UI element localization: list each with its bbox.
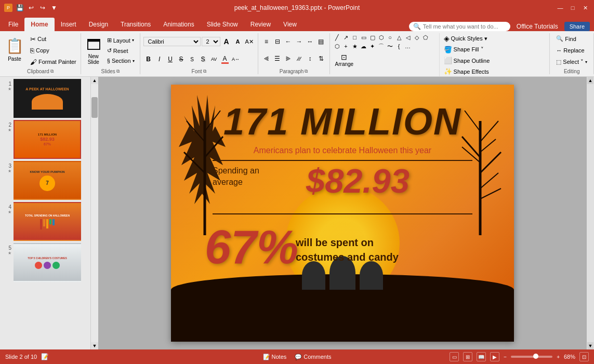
share-button[interactable]: Share	[564, 22, 590, 31]
cut-button[interactable]: ✂ Cut	[28, 34, 78, 44]
shape-rect2[interactable]: ▭	[360, 33, 368, 42]
align-left-button[interactable]: ⫷	[261, 53, 272, 64]
bold-button[interactable]: B	[143, 54, 154, 64]
decrease-font-button[interactable]: A	[233, 36, 243, 47]
undo-button[interactable]: ↩	[27, 4, 35, 12]
slide-thumbnail-2[interactable]: 171 MILLION $82.93 67%	[14, 120, 81, 159]
decrease-indent-button[interactable]: ←	[283, 36, 294, 47]
layout-button[interactable]: ⊞ Layout ▾	[105, 36, 137, 45]
slide-thumb-2[interactable]: 2 ★ 171 MILLION $82.93 67%	[2, 120, 88, 159]
fit-slide-button[interactable]: ⊡	[579, 352, 589, 361]
notes-button[interactable]: 📝 Notes	[261, 353, 289, 361]
slide-sorter-button[interactable]: ⊞	[463, 352, 472, 361]
zoom-in-button[interactable]: +	[557, 354, 560, 360]
maximize-button[interactable]: □	[568, 3, 577, 12]
shape-effects-button[interactable]: ✨ Shape Effects	[442, 66, 492, 76]
shape-arrow[interactable]: ↗	[342, 33, 350, 42]
line-spacing-button[interactable]: ↕	[305, 53, 315, 64]
section-button[interactable]: § Section ▾	[105, 57, 137, 65]
format-painter-button[interactable]: 🖌 Format Painter	[28, 57, 78, 67]
slide-thumb-5[interactable]: 5 ★ TOP 5 CHILDREN'S COSTUMES	[2, 243, 88, 282]
slide-thumb-3[interactable]: 3 ★ KNOW YOUR PUMPKIN 7	[2, 161, 88, 200]
shape-diamond[interactable]: ◇	[413, 33, 421, 42]
office-tutorials-link[interactable]: Office Tutorials	[517, 23, 558, 30]
shape-rounded[interactable]: ▢	[368, 33, 377, 42]
right-scroll-up[interactable]: ▲	[587, 77, 594, 84]
zoom-slider-thumb[interactable]	[533, 354, 538, 359]
shape-circle[interactable]: ○	[386, 33, 394, 42]
strikethrough-button[interactable]: S	[176, 54, 187, 64]
slideshow-view-button[interactable]: ▶	[490, 352, 499, 361]
bullets-button[interactable]: ≡	[261, 36, 272, 47]
shape-fill-button[interactable]: 🪣 Shape Fill ˅	[442, 45, 492, 55]
shape-burst[interactable]: ✦	[368, 42, 377, 50]
shape-star[interactable]: ★	[351, 42, 359, 50]
zoom-out-button[interactable]: −	[504, 354, 507, 360]
char-spacing-button[interactable]: A↔	[231, 54, 241, 64]
customize-qat-button[interactable]: ▼	[50, 4, 58, 12]
tab-insert[interactable]: Insert	[55, 18, 83, 31]
shape-wave[interactable]: 〜	[386, 42, 394, 50]
tab-home[interactable]: Home	[24, 18, 54, 31]
search-box[interactable]: 🔍	[409, 22, 510, 31]
save-button[interactable]: 💾	[16, 4, 24, 12]
reading-view-button[interactable]: 📖	[477, 352, 486, 361]
zoom-slider[interactable]	[511, 356, 552, 358]
slide-thumbnail-4[interactable]: TOTAL SPENDING ON HALLOWEEN	[14, 202, 81, 241]
scroll-up-button[interactable]: ▲	[91, 77, 98, 84]
convert-to-smart-button[interactable]: ↔	[305, 36, 315, 47]
tab-review[interactable]: Review	[244, 18, 277, 31]
tab-animations[interactable]: Animations	[157, 18, 200, 31]
arrange-button[interactable]: ⊡ Arrange	[333, 52, 356, 68]
paragraph-expand-icon[interactable]: ⧉	[305, 69, 308, 74]
shape-pentagon[interactable]: ⬠	[421, 33, 430, 42]
font-color-button[interactable]: A	[220, 54, 230, 64]
slide-canvas[interactable]: 171 MILLION Americans plan to celebrate …	[171, 85, 514, 342]
increase-font-button[interactable]: A	[221, 36, 232, 47]
new-slide-button[interactable]: 🗖 New Slide	[84, 35, 103, 66]
right-scrollbar[interactable]: ▲ ▼	[587, 77, 594, 349]
slide-thumbnail-5[interactable]: TOP 5 CHILDREN'S COSTUMES	[14, 243, 81, 282]
underline-button[interactable]: U	[165, 54, 176, 64]
search-input[interactable]	[423, 23, 506, 30]
shadow-button[interactable]: S	[198, 54, 208, 64]
scroll-thumb[interactable]	[91, 97, 98, 118]
font-name-select[interactable]: Calibri	[143, 37, 201, 46]
shape-plus[interactable]: +	[342, 42, 350, 50]
font-expand-icon[interactable]: ⧉	[203, 69, 206, 74]
slide-panel-scrollbar[interactable]: ▲ ▼	[91, 77, 98, 349]
slide-thumb-4[interactable]: 4 ★ TOTAL SPENDING ON HALLOWEEN	[2, 202, 88, 241]
tab-transitions[interactable]: Transitions	[114, 18, 157, 31]
shape-brace[interactable]: {	[395, 42, 403, 50]
slide-thumb-1[interactable]: 1 ★ A PEEK AT HALLOWEEN	[2, 79, 88, 118]
right-scroll-down[interactable]: ▼	[587, 342, 594, 349]
numbering-button[interactable]: ⊟	[272, 36, 283, 47]
copy-button[interactable]: ⎘ Copy	[28, 46, 78, 56]
shape-outline-button[interactable]: ⬜ Shape Outline	[442, 56, 492, 65]
slide-thumbnail-1[interactable]: A PEEK AT HALLOWEEN	[14, 79, 81, 118]
shape-line[interactable]: ╱	[333, 33, 341, 42]
shape-more[interactable]: …	[404, 42, 412, 50]
justify-button[interactable]: ⫻	[294, 53, 305, 64]
spacing-button[interactable]: AV	[209, 54, 219, 64]
clipboard-expand-icon[interactable]: ⧉	[50, 69, 54, 74]
slides-expand-icon[interactable]: ⧉	[116, 69, 120, 74]
scroll-down-button[interactable]: ▼	[91, 342, 98, 349]
increase-indent-button[interactable]: →	[294, 36, 305, 47]
quick-styles-button[interactable]: ◈ Quick Styles ▾	[442, 33, 492, 44]
shape-hex[interactable]: ⬡	[333, 42, 341, 50]
slide-thumbnail-3[interactable]: KNOW YOUR PUMPKIN 7	[14, 161, 81, 200]
find-button[interactable]: 🔍 Find	[553, 34, 590, 44]
shape-rtriangle[interactable]: ◁	[404, 33, 412, 42]
close-button[interactable]: ✕	[580, 3, 590, 12]
normal-view-button[interactable]: ▭	[450, 352, 459, 361]
text-direction-button[interactable]: ⇅	[316, 53, 326, 64]
small-caps-button[interactable]: S	[187, 54, 197, 64]
tab-design[interactable]: Design	[83, 18, 114, 31]
tab-slideshow[interactable]: Slide Show	[201, 18, 244, 31]
select-button[interactable]: ⬚ Select ˅ ▾	[553, 57, 590, 67]
tab-view[interactable]: View	[277, 18, 303, 31]
reset-button[interactable]: ↺ Reset	[105, 46, 137, 55]
align-right-button[interactable]: ⫸	[283, 53, 294, 64]
shape-snip[interactable]: ⬡	[377, 33, 386, 42]
